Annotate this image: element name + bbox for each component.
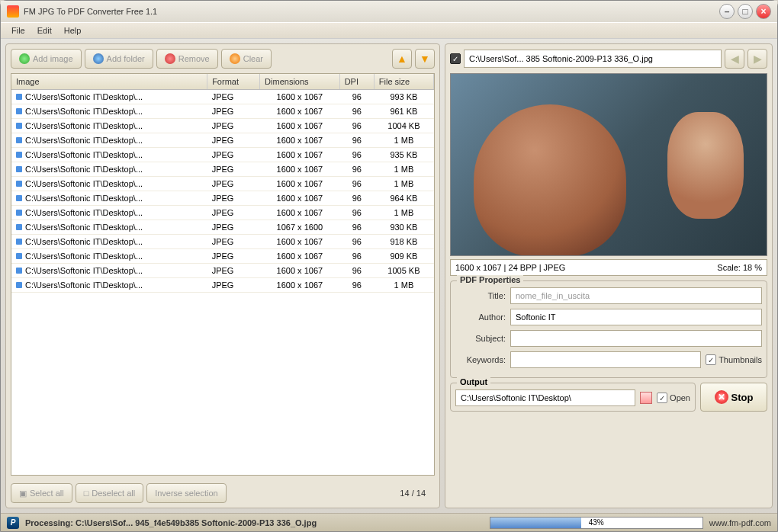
selection-bar: ▣ Select all □ Deselect all Inverse sele… xyxy=(6,479,439,508)
table-row[interactable]: C:\Users\Softonic IT\Desktop\...JPEG1600… xyxy=(11,148,434,162)
table-row[interactable]: C:\Users\Softonic IT\Desktop\...JPEG1600… xyxy=(11,133,434,148)
table-row[interactable]: C:\Users\Softonic IT\Desktop\...JPEG1600… xyxy=(11,235,434,249)
menu-file[interactable]: File xyxy=(5,24,31,37)
row-checkbox-icon[interactable] xyxy=(16,137,22,143)
row-checkbox-icon[interactable] xyxy=(16,181,22,187)
stop-button[interactable]: ✕ Stop xyxy=(700,383,767,412)
clear-label: Clear xyxy=(243,54,263,63)
arrow-left-icon: ◀ xyxy=(731,53,739,65)
row-checkbox-icon[interactable] xyxy=(16,224,22,230)
table-row[interactable]: C:\Users\Softonic IT\Desktop\...JPEG1600… xyxy=(11,264,434,278)
author-label: Author: xyxy=(455,312,506,322)
output-row: Output ✓ Open ✕ Stop xyxy=(445,383,772,416)
author-field[interactable] xyxy=(510,309,762,325)
deselect-all-icon: □ xyxy=(84,489,89,498)
add-image-label: Add image xyxy=(33,54,73,63)
inverse-label: Inverse selection xyxy=(155,489,218,498)
table-row[interactable]: C:\Users\Softonic IT\Desktop\...JPEG1600… xyxy=(11,206,434,220)
table-row[interactable]: C:\Users\Softonic IT\Desktop\...JPEG1600… xyxy=(11,249,434,264)
menu-help[interactable]: Help xyxy=(58,24,88,37)
preview-info-left: 1600 x 1067 | 24 BPP | JPEG xyxy=(455,263,565,272)
table-row[interactable]: C:\Users\Softonic IT\Desktop\...JPEG1600… xyxy=(11,104,434,119)
row-checkbox-icon[interactable] xyxy=(16,108,22,114)
keywords-field[interactable] xyxy=(510,351,701,368)
minus-icon xyxy=(165,53,175,64)
table-row[interactable]: C:\Users\Softonic IT\Desktop\...JPEG1600… xyxy=(11,162,434,177)
subject-field[interactable] xyxy=(510,330,762,347)
row-checkbox-icon[interactable] xyxy=(16,282,22,288)
add-folder-label: Add folder xyxy=(107,54,145,63)
add-folder-button[interactable]: Add folder xyxy=(85,49,153,69)
file-count: 14 / 14 xyxy=(400,489,435,498)
paypal-icon[interactable]: P xyxy=(7,517,19,529)
table-row[interactable]: C:\Users\Softonic IT\Desktop\...JPEG1600… xyxy=(11,191,434,206)
row-checkbox-icon[interactable] xyxy=(16,195,22,201)
pdf-properties-group: PDF Properties Title: Author: Subject: K… xyxy=(450,280,767,378)
titlebar: FM JPG To PDF Converter Free 1.1 – □ × xyxy=(1,1,777,22)
row-checkbox-icon[interactable] xyxy=(16,239,22,245)
content-area: Add image Add folder Remove Clear ▲ ▼ xyxy=(1,39,777,513)
app-window: FM JPG To PDF Converter Free 1.1 – □ × F… xyxy=(0,0,778,532)
select-all-button[interactable]: ▣ Select all xyxy=(11,483,72,503)
table-row[interactable]: C:\Users\Softonic IT\Desktop\...JPEG1600… xyxy=(11,278,434,293)
maximize-button[interactable]: □ xyxy=(738,4,753,19)
col-image[interactable]: Image xyxy=(11,74,207,90)
select-all-icon: ▣ xyxy=(19,489,27,498)
preview-image xyxy=(450,73,767,256)
clear-button[interactable]: Clear xyxy=(221,49,272,69)
col-dimensions[interactable]: Dimensions xyxy=(260,74,340,90)
row-checkbox-icon[interactable] xyxy=(16,123,22,129)
folder-icon xyxy=(93,53,104,64)
include-checkbox[interactable]: ✓ xyxy=(450,53,461,64)
preview-header: ✓ C:\Users\Sof... 385 Softonic-2009-P13 … xyxy=(445,44,772,73)
output-path-field[interactable] xyxy=(455,389,635,406)
move-up-button[interactable]: ▲ xyxy=(392,49,412,69)
pdf-icon xyxy=(640,392,652,404)
arrow-down-icon: ▼ xyxy=(420,53,430,65)
move-down-button[interactable]: ▼ xyxy=(415,49,435,69)
clear-icon xyxy=(230,53,240,64)
remove-button[interactable]: Remove xyxy=(156,49,218,69)
output-group: Output ✓ Open xyxy=(450,383,696,412)
add-image-button[interactable]: Add image xyxy=(11,49,82,69)
stop-label: Stop xyxy=(731,392,754,403)
preview-path: C:\Users\Sof... 385 Softonic-2009-P13 33… xyxy=(464,50,722,68)
deselect-all-button[interactable]: □ Deselect all xyxy=(76,483,144,503)
col-filesize[interactable]: File size xyxy=(374,74,433,90)
thumbnails-checkbox[interactable]: ✓ Thumbnails xyxy=(706,354,762,365)
window-title: FM JPG To PDF Converter Free 1.1 xyxy=(24,7,716,16)
remove-label: Remove xyxy=(178,54,210,63)
table-row[interactable]: C:\Users\Softonic IT\Desktop\...JPEG1600… xyxy=(11,119,434,133)
row-checkbox-icon[interactable] xyxy=(16,268,22,274)
title-field[interactable] xyxy=(510,287,762,304)
col-dpi[interactable]: DPI xyxy=(339,74,374,90)
row-checkbox-icon[interactable] xyxy=(16,253,22,259)
left-toolbar: Add image Add folder Remove Clear ▲ ▼ xyxy=(6,44,439,73)
checkbox-icon: ✓ xyxy=(706,354,716,365)
inverse-selection-button[interactable]: Inverse selection xyxy=(146,483,227,503)
minimize-button[interactable]: – xyxy=(719,4,735,19)
app-icon xyxy=(7,5,19,18)
website-link[interactable]: www.fm-pdf.com xyxy=(709,518,771,527)
row-checkbox-icon[interactable] xyxy=(16,152,22,158)
progress-bar: 43% xyxy=(490,517,703,529)
table-row[interactable]: C:\Users\Softonic IT\Desktop\...JPEG1600… xyxy=(11,177,434,191)
preview-pane: ✓ C:\Users\Sof... 385 Softonic-2009-P13 … xyxy=(445,43,773,508)
arrow-up-icon: ▲ xyxy=(397,53,407,65)
select-all-label: Select all xyxy=(30,489,64,498)
progress-text: 43% xyxy=(490,518,702,528)
menubar: File Edit Help xyxy=(1,22,777,39)
row-checkbox-icon[interactable] xyxy=(16,210,22,216)
table-row[interactable]: C:\Users\Softonic IT\Desktop\...JPEG1067… xyxy=(11,220,434,235)
row-checkbox-icon[interactable] xyxy=(16,94,22,100)
table-row[interactable]: C:\Users\Softonic IT\Desktop\...JPEG1600… xyxy=(11,90,434,104)
file-table-wrap[interactable]: Image Format Dimensions DPI File size C:… xyxy=(11,73,435,476)
menu-edit[interactable]: Edit xyxy=(31,24,58,37)
close-button[interactable]: × xyxy=(756,4,771,19)
title-label: Title: xyxy=(455,291,506,300)
open-checkbox[interactable]: ✓ Open xyxy=(657,393,690,403)
prev-image-button[interactable]: ◀ xyxy=(725,49,744,69)
col-format[interactable]: Format xyxy=(207,74,260,90)
row-checkbox-icon[interactable] xyxy=(16,166,22,172)
next-image-button[interactable]: ▶ xyxy=(747,49,767,69)
